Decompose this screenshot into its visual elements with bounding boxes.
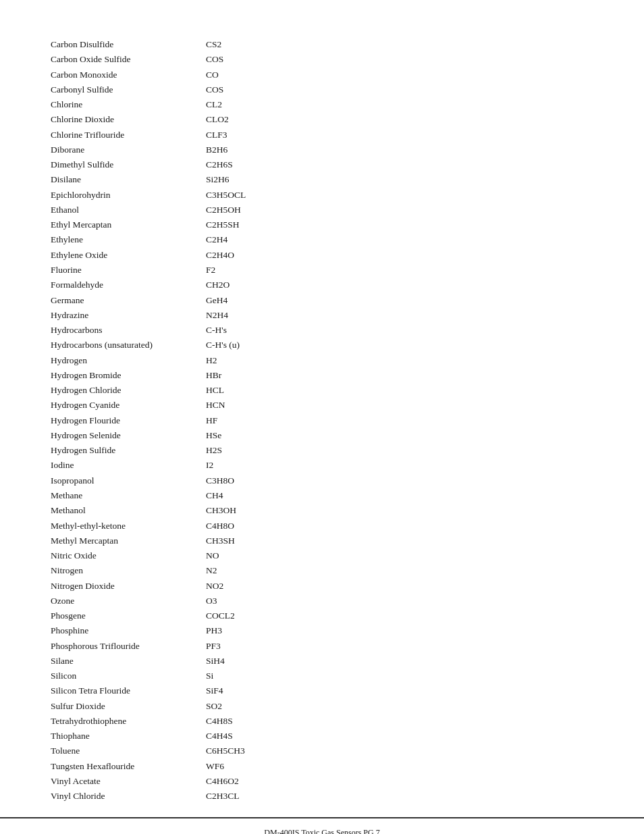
chemical-name: Iodine xyxy=(51,458,206,473)
chemical-formula: O3 xyxy=(206,594,217,608)
chemical-formula: COS xyxy=(206,52,223,67)
chemical-formula: GeH4 xyxy=(206,293,227,308)
table-row: DiboraneB2H6 xyxy=(51,142,593,157)
chemical-name: Toluene xyxy=(51,744,206,758)
chemical-table: Carbon DisulfideCS2Carbon Oxide SulfideC… xyxy=(51,37,593,804)
table-row: Phosphorous TriflouridePF3 xyxy=(51,639,593,654)
chemical-formula: C2H5OH xyxy=(206,203,241,217)
chemical-formula: SO2 xyxy=(206,699,222,714)
table-row: EpichlorohydrinC3H5OCL xyxy=(51,188,593,203)
chemical-formula: N2H4 xyxy=(206,308,228,323)
chemical-formula: NO xyxy=(206,548,219,563)
chemical-name: Tetrahydrothiophene xyxy=(51,714,206,729)
chemical-name: Germane xyxy=(51,293,206,308)
chemical-formula: C4H8O xyxy=(206,519,234,533)
chemical-name: Vinyl Acetate xyxy=(51,774,206,789)
chemical-formula: CH4 xyxy=(206,488,223,503)
chemical-formula: CLO2 xyxy=(206,112,229,127)
chemical-formula: HF xyxy=(206,413,217,428)
table-row: EthyleneC2H4 xyxy=(51,232,593,247)
table-row: Hydrogen FlourideHF xyxy=(51,413,593,428)
chemical-name: Ethylene xyxy=(51,232,206,247)
table-row: FormaldehydeCH2O xyxy=(51,278,593,292)
table-row: Ethyl MercaptanC2H5SH xyxy=(51,217,593,232)
table-row: Tungsten HexaflourideWF6 xyxy=(51,759,593,774)
table-row: NitrogenN2 xyxy=(51,563,593,578)
chemical-name: Hydrogen xyxy=(51,353,206,368)
chemical-formula: HCL xyxy=(206,383,224,398)
table-row: PhosphinePH3 xyxy=(51,623,593,638)
table-row: MethaneCH4 xyxy=(51,488,593,503)
table-row: HydrogenH2 xyxy=(51,353,593,368)
table-row: Ethylene OxideC2H4O xyxy=(51,248,593,263)
chemical-name: Carbon Oxide Sulfide xyxy=(51,52,206,67)
chemical-formula: C2H4 xyxy=(206,232,227,247)
chemical-formula: C4H8S xyxy=(206,714,233,729)
chemical-name: Chlorine Dioxide xyxy=(51,112,206,127)
table-row: Hydrogen ChlorideHCL xyxy=(51,383,593,398)
table-row: TolueneC6H5CH3 xyxy=(51,744,593,758)
chemical-name: Vinyl Chloride xyxy=(51,789,206,804)
chemical-formula: CH3SH xyxy=(206,533,235,548)
chemical-name: Silicon xyxy=(51,669,206,683)
chemical-name: Ethylene Oxide xyxy=(51,248,206,263)
chemical-name: Isopropanol xyxy=(51,473,206,488)
chemical-name: Methyl Mercaptan xyxy=(51,533,206,548)
chemical-name: Dimethyl Sulfide xyxy=(51,157,206,172)
table-row: SiliconSi xyxy=(51,669,593,683)
chemical-name: Ethanol xyxy=(51,203,206,217)
table-row: FluorineF2 xyxy=(51,263,593,278)
table-row: Hydrocarbons (unsaturated)C-H's (u) xyxy=(51,338,593,353)
chemical-formula: C2H3CL xyxy=(206,789,240,804)
chemical-name: Phosphine xyxy=(51,623,206,638)
chemical-formula: HBr xyxy=(206,368,221,383)
chemical-formula: COCL2 xyxy=(206,608,235,623)
table-row: HydrazineN2H4 xyxy=(51,308,593,323)
table-row: Methyl-ethyl-ketoneC4H8O xyxy=(51,519,593,533)
chemical-name: Silane xyxy=(51,654,206,669)
table-row: Methyl MercaptanCH3SH xyxy=(51,533,593,548)
table-row: Chlorine TriflourideCLF3 xyxy=(51,128,593,142)
chemical-formula: PH3 xyxy=(206,623,222,638)
chemical-name: Nitrogen xyxy=(51,563,206,578)
chemical-name: Sulfur Dioxide xyxy=(51,699,206,714)
table-row: Hydrogen SelenideHSe xyxy=(51,428,593,443)
chemical-name: Hydrogen Cyanide xyxy=(51,398,206,413)
chemical-formula: C4H6O2 xyxy=(206,774,239,789)
chemical-name: Disilane xyxy=(51,172,206,187)
table-row: Carbon DisulfideCS2 xyxy=(51,37,593,52)
table-row: Hydrogen SulfideH2S xyxy=(51,443,593,458)
chemical-formula: Si2H6 xyxy=(206,172,230,187)
chemical-name: Phosphorous Triflouride xyxy=(51,639,206,654)
chemical-name: Diborane xyxy=(51,142,206,157)
chemical-name: Phosgene xyxy=(51,608,206,623)
chemical-name: Hydrocarbons xyxy=(51,323,206,338)
table-row: GermaneGeH4 xyxy=(51,293,593,308)
table-row: MethanolCH3OH xyxy=(51,503,593,518)
table-row: DisilaneSi2H6 xyxy=(51,172,593,187)
table-row: EthanolC2H5OH xyxy=(51,203,593,217)
chemical-formula: C-H's xyxy=(206,323,227,338)
chemical-name: Hydrazine xyxy=(51,308,206,323)
chemical-name: Thiophane xyxy=(51,729,206,744)
chemical-formula: CO xyxy=(206,68,219,82)
chemical-formula: F2 xyxy=(206,263,215,278)
chemical-name: Methanol xyxy=(51,503,206,518)
table-row: OzoneO3 xyxy=(51,594,593,608)
table-row: Sulfur DioxideSO2 xyxy=(51,699,593,714)
chemical-name: Epichlorohydrin xyxy=(51,188,206,203)
chemical-formula: CS2 xyxy=(206,37,221,52)
chemical-name: Tungsten Hexaflouride xyxy=(51,759,206,774)
chemical-name: Hydrogen Sulfide xyxy=(51,443,206,458)
table-row: Silicon Tetra FlourideSiF4 xyxy=(51,683,593,698)
chemical-name: Chlorine xyxy=(51,97,206,112)
table-row: Chlorine DioxideCLO2 xyxy=(51,112,593,127)
chemical-formula: H2 xyxy=(206,353,217,368)
table-row: HydrocarbonsC-H's xyxy=(51,323,593,338)
chemical-name: Hydrogen Selenide xyxy=(51,428,206,443)
table-row: SilaneSiH4 xyxy=(51,654,593,669)
chemical-formula: Si xyxy=(206,669,213,683)
table-row: TetrahydrothiopheneC4H8S xyxy=(51,714,593,729)
table-row: Carbon MonoxideCO xyxy=(51,68,593,82)
chemical-formula: C6H5CH3 xyxy=(206,744,245,758)
